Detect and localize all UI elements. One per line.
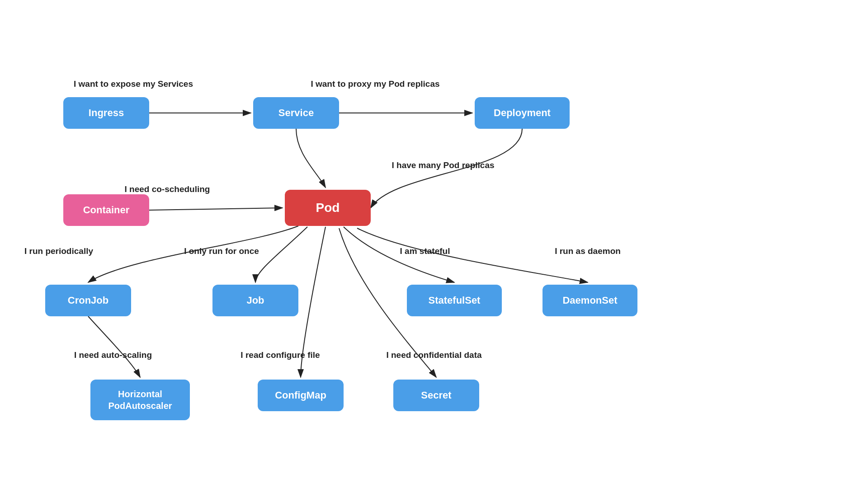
label-proxy: I want to proxy my Pod replicas — [311, 79, 439, 89]
node-hpa: Horizontal PodAutoscaler — [90, 380, 190, 420]
node-container: Container — [63, 194, 149, 226]
node-pod: Pod — [285, 190, 371, 226]
label-onlyonce: I only run for once — [184, 246, 259, 256]
label-autoscaling: I need auto-scaling — [74, 350, 152, 360]
label-daemon: I run as daemon — [555, 246, 621, 256]
label-stateful: I am stateful — [400, 246, 450, 256]
diagram: Ingress Service Deployment Container Pod… — [0, 0, 868, 488]
node-configmap: ConfigMap — [258, 380, 344, 411]
node-service: Service — [253, 97, 339, 129]
node-secret: Secret — [393, 380, 479, 411]
label-periodic: I run periodically — [24, 246, 93, 256]
node-ingress: Ingress — [63, 97, 149, 129]
label-configure: I read configure file — [241, 350, 320, 360]
label-confidential: I need confidential data — [386, 350, 481, 360]
node-daemonset: DaemonSet — [542, 285, 637, 316]
svg-line-2 — [149, 208, 283, 210]
node-statefulset: StatefulSet — [407, 285, 502, 316]
label-manyreplicas: I have many Pod replicas — [392, 160, 494, 170]
node-cronjob: CronJob — [45, 285, 131, 316]
node-job: Job — [212, 285, 298, 316]
label-expose: I want to expose my Services — [74, 79, 193, 89]
node-deployment: Deployment — [475, 97, 570, 129]
label-cosched: I need co-scheduling — [125, 184, 210, 194]
